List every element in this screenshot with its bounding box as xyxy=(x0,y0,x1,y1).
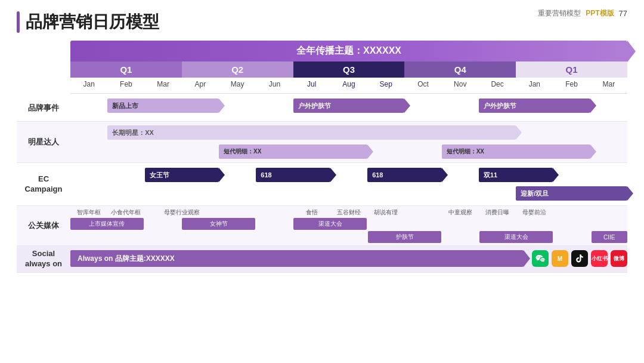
brand-events-label: 品牌事件 xyxy=(17,103,70,113)
bar-outdoor-skincare2: 户外护肤节 xyxy=(479,99,590,113)
pr-text-hushuo: 胡说有理 xyxy=(367,208,404,217)
social-bar: Always on 品牌主题:XXXXXX xyxy=(70,250,524,267)
bar-618b: 618 xyxy=(367,168,442,182)
social-content: Always on 品牌主题:XXXXXX M 小红书 微博 xyxy=(70,248,627,270)
pr-row-inner: 智库年框 小食代年框 母婴行业观察 食悟 五谷财经 胡说有理 中童观察 消费日曝… xyxy=(70,208,627,243)
pr-text-xiaofei: 消费日曝 xyxy=(479,208,516,217)
month-may: May xyxy=(219,78,256,91)
quarter-q3: Q3 xyxy=(293,61,405,78)
bar-queen-day: 女王节 xyxy=(145,168,219,182)
pr-badge-qudao1: 渠道大会 xyxy=(293,218,367,230)
stars-grid1: 长期明星：XX xyxy=(70,124,627,141)
pr-badge-ciie: CIIE xyxy=(592,231,627,243)
brand-events-grid: 新品上市 户外护肤节 户外护肤节 xyxy=(70,97,627,114)
ppt-label: PPT模版 xyxy=(586,8,614,19)
quarter-q1a: Q1 xyxy=(70,61,182,78)
xiaohongshu-icon: 小红书 xyxy=(591,250,608,267)
month-feb2: Feb xyxy=(553,78,590,91)
pr-text-zhiku: 智库年框 xyxy=(70,208,107,217)
stars-label: 明星达人 xyxy=(17,137,70,147)
pr-text-muying: 母婴行业观察 xyxy=(145,208,219,217)
wechat-icon xyxy=(532,250,549,267)
brand-events-content: 新品上市 户外护肤节 户外护肤节 xyxy=(70,97,627,119)
pr-badge-shangshi: 上市媒体宣传 xyxy=(70,218,144,230)
months-row: Jan Feb Mar Apr May Jun Jul Aug Sep Oct … xyxy=(70,78,627,94)
pr-badge-hufujie: 护肤节 xyxy=(368,231,441,243)
bar-double11: 双11 xyxy=(479,168,553,182)
pr-media-content: 智库年框 小食代年框 母婴行业观察 食悟 五谷财经 胡说有理 中童观察 消费日曝… xyxy=(70,208,627,243)
month-apr: Apr xyxy=(182,78,219,91)
ec-campaign-row: ECCampaign 女王节 618 618 双11 xyxy=(17,163,627,206)
month-jan2: Jan xyxy=(516,78,553,91)
month-dec: Dec xyxy=(479,78,516,91)
month-mar1: Mar xyxy=(145,78,182,91)
quarter-q1b-next: Q1 xyxy=(516,61,627,78)
page: 重要营销模型 PPT模版 77 品牌营销日历模型 全年传播主题：XXXXXX Q… xyxy=(0,0,644,363)
ec-grid1: 女王节 618 618 双11 xyxy=(70,167,627,183)
pr-badge-qudao2: 渠道大会 xyxy=(479,231,553,243)
social-always-on-row: Socialalways on Always on 品牌主题:XXXXXX M xyxy=(17,246,627,273)
pr-text-zhongtong: 中童观察 xyxy=(442,208,479,217)
bar-short-star1: 短代明细：XX xyxy=(219,144,367,159)
pr-badge-nvshenjie: 女神节 xyxy=(182,218,255,230)
month-feb1: Feb xyxy=(107,78,144,91)
month-aug: Aug xyxy=(330,78,367,91)
month-jun: Jun xyxy=(256,78,293,91)
ec-campaign-label: ECCampaign xyxy=(17,174,70,195)
pr-text-wugu: 五谷财经 xyxy=(330,208,367,217)
social-icons-group: M 小红书 微博 xyxy=(532,250,627,267)
quarter-q4: Q4 xyxy=(404,61,516,78)
bar-618a: 618 xyxy=(256,168,330,182)
calendar-wrapper: 全年传播主题：XXXXXX Q1 Q2 Q3 Q4 Q1 Jan Feb Mar… xyxy=(17,41,627,273)
quarter-q2: Q2 xyxy=(182,61,293,78)
bar-longterm-star: 长期明星：XX xyxy=(107,125,516,140)
pr-media-label: 公关媒体 xyxy=(17,221,70,231)
title-row: 品牌营销日历模型 xyxy=(17,11,627,33)
month-oct: Oct xyxy=(404,78,441,91)
bar-outdoor-skincare1: 户外护肤节 xyxy=(293,99,405,113)
pr-text-muyingqianyan: 母婴前沿 xyxy=(516,208,553,217)
weibo-icon: 微博 xyxy=(611,250,627,267)
tiktok-icon xyxy=(571,250,588,267)
pr-badges-grid: 上市媒体宣传 女神节 渠道大会 护肤节 渠道大会 CIIE xyxy=(70,218,627,243)
ec-campaign-content: 女王节 618 618 双11 迎新/双旦 xyxy=(70,165,627,203)
page-title: 品牌营销日历模型 xyxy=(26,11,159,33)
ec-grid2: 迎新/双旦 xyxy=(70,185,627,202)
month-jan1: Jan xyxy=(70,78,107,91)
social-bar-text: Always on 品牌主题:XXXXXX xyxy=(78,254,175,264)
page-number: 77 xyxy=(619,9,627,18)
stars-row: 明星达人 长期明星：XX 短代明细：XX 短代明细：XX xyxy=(17,122,627,163)
important-model-label: 重要营销模型 xyxy=(538,8,581,19)
annual-theme-banner: 全年传播主题：XXXXXX xyxy=(70,41,627,61)
bar-short-star2: 短代明细：XX xyxy=(442,144,590,159)
manman-icon: M xyxy=(552,250,568,267)
brand-events-row: 品牌事件 新品上市 户外护肤节 户外护肤节 xyxy=(17,95,627,122)
top-meta: 重要营销模型 PPT模版 77 xyxy=(538,8,627,19)
social-label: Socialalways on xyxy=(17,249,70,269)
month-jul: Jul xyxy=(293,78,330,91)
month-nov: Nov xyxy=(442,78,479,91)
pr-text-xiaoshi: 小食代年框 xyxy=(107,208,144,217)
ec-row-inner: 女王节 618 618 双11 迎新/双旦 xyxy=(70,165,627,203)
bar-new-product: 新品上市 xyxy=(107,99,219,113)
stars-grid2: 短代明细：XX 短代明细：XX xyxy=(70,143,627,160)
bar-new-year: 迎新/双旦 xyxy=(516,186,627,201)
title-accent-bar xyxy=(17,11,20,33)
pr-text-shiwu: 食悟 xyxy=(293,208,330,217)
month-sep: Sep xyxy=(367,78,404,91)
month-mar2: Mar xyxy=(590,78,627,91)
social-inner: Always on 品牌主题:XXXXXX M 小红书 微博 xyxy=(70,248,627,269)
pr-texts-grid: 智库年框 小食代年框 母婴行业观察 食悟 五谷财经 胡说有理 中童观察 消费日曝… xyxy=(70,208,627,217)
pr-media-row: 公关媒体 智库年框 小食代年框 母婴行业观察 食悟 五谷财经 胡说有理 中童观察 xyxy=(17,206,627,246)
quarters-row: Q1 Q2 Q3 Q4 Q1 xyxy=(70,61,627,78)
stars-content: 长期明星：XX 短代明细：XX 短代明细：XX xyxy=(70,124,627,160)
